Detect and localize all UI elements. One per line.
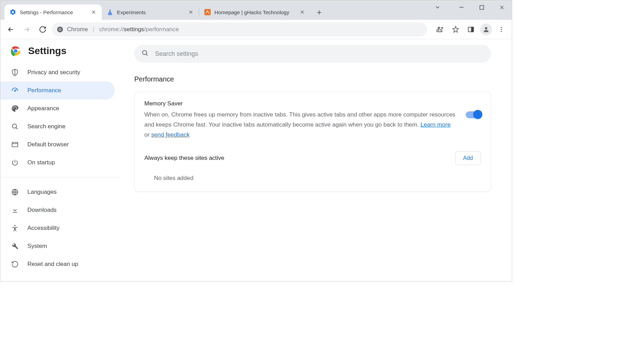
- tab-title: Settings - Performance: [20, 9, 87, 15]
- sidebar-item-label: Search engine: [27, 123, 66, 130]
- search-row: [120, 39, 512, 68]
- close-icon[interactable]: [91, 9, 97, 15]
- always-active-row: Always keep these sites active Add: [135, 148, 491, 172]
- svg-rect-16: [12, 143, 18, 147]
- sidebar-divider: [0, 177, 120, 178]
- tab-strip: Settings - Performance Experiments Homep…: [0, 0, 325, 20]
- window-controls: [431, 0, 512, 14]
- svg-rect-18: [13, 212, 17, 213]
- page-title: Settings: [28, 45, 66, 57]
- tab-ghacks[interactable]: Homepage | gHacks Technology: [199, 5, 310, 20]
- sidebar-item-label: Languages: [27, 189, 57, 196]
- gear-icon: [9, 9, 16, 16]
- toolbar-right: [432, 23, 508, 36]
- sidebar-item-label: Privacy and security: [27, 69, 80, 76]
- main-column: Performance Memory Saver When on, Chrome…: [120, 39, 512, 281]
- wrench-icon: [11, 242, 19, 250]
- sidebar-item-search-engine[interactable]: Search engine: [0, 118, 115, 136]
- site-chip[interactable]: Chrome: [57, 26, 88, 33]
- search-settings-input[interactable]: [155, 50, 484, 58]
- reload-button[interactable]: [36, 23, 50, 36]
- svg-rect-0: [204, 9, 211, 15]
- svg-rect-1: [480, 5, 483, 9]
- svg-point-7: [485, 27, 488, 29]
- send-feedback-link[interactable]: send feedback: [151, 131, 190, 138]
- performance-card: Memory Saver When on, Chrome frees up me…: [134, 92, 491, 192]
- restore-icon: [11, 260, 19, 268]
- learn-more-link[interactable]: Learn more: [421, 121, 451, 128]
- svg-point-20: [143, 51, 147, 55]
- window-titlebar: Settings - Performance Experiments Homep…: [0, 0, 512, 20]
- flask-icon: [107, 9, 113, 16]
- tab-search-button[interactable]: [431, 0, 444, 14]
- sidebar-item-performance[interactable]: Performance: [0, 81, 115, 100]
- sidebar-item-default-browser[interactable]: Default browser: [0, 136, 115, 154]
- minimize-button[interactable]: [451, 0, 472, 14]
- close-icon[interactable]: [188, 9, 194, 15]
- shield-icon: [11, 68, 19, 77]
- sidebar-item-label: Appearance: [27, 105, 59, 112]
- add-site-button[interactable]: Add: [455, 151, 481, 165]
- memory-saver-toggle[interactable]: [466, 111, 481, 118]
- site-chip-label: Chrome: [67, 26, 88, 33]
- memory-saver-row: Memory Saver When on, Chrome frees up me…: [135, 92, 491, 148]
- maximize-button[interactable]: [472, 0, 492, 14]
- sidebar-item-languages[interactable]: Languages: [0, 183, 115, 201]
- sidebar-item-appearance[interactable]: Appearance: [0, 100, 115, 118]
- svg-point-15: [12, 124, 17, 128]
- settings-header: Settings: [0, 39, 120, 61]
- svg-point-10: [501, 31, 502, 32]
- speedometer-icon: [11, 86, 19, 95]
- sidebar-item-label: Downloads: [27, 207, 57, 214]
- close-icon[interactable]: [299, 9, 305, 15]
- forward-button[interactable]: [20, 23, 34, 36]
- no-sites-message: No sites added: [135, 172, 491, 191]
- browser-toolbar: Chrome | chrome://settings/performance: [0, 20, 512, 39]
- svg-point-14: [15, 90, 16, 92]
- bookmark-button[interactable]: [449, 23, 463, 36]
- sidebar-item-on-startup[interactable]: On startup: [0, 154, 115, 172]
- menu-button[interactable]: [494, 23, 508, 36]
- memory-saver-description: When on, Chrome frees up memory from ina…: [144, 110, 457, 140]
- tab-title: Experiments: [117, 9, 184, 15]
- sidebar[interactable]: Privacy and securityPerformanceAppearanc…: [0, 61, 120, 281]
- chrome-icon: [57, 26, 63, 33]
- profile-button[interactable]: [479, 23, 493, 36]
- address-bar[interactable]: Chrome | chrome://settings/performance: [52, 23, 427, 36]
- always-active-title: Always keep these sites active: [144, 155, 224, 162]
- sidebar-item-system[interactable]: System: [0, 237, 115, 255]
- new-tab-button[interactable]: [313, 6, 325, 19]
- memory-saver-title: Memory Saver: [144, 100, 457, 107]
- main-body: Performance Memory Saver When on, Chrome…: [120, 68, 512, 192]
- sidebar-item-downloads[interactable]: Downloads: [0, 201, 115, 219]
- sidebar-item-label: Accessibility: [27, 225, 60, 232]
- download-icon: [11, 206, 19, 214]
- chrome-logo-icon: [10, 45, 21, 57]
- section-title: Performance: [134, 75, 491, 83]
- close-window-button[interactable]: [492, 0, 512, 14]
- avatar-icon: [480, 24, 492, 35]
- sidebar-item-label: System: [27, 243, 47, 250]
- sidebar-item-label: On startup: [27, 159, 55, 166]
- omnibox-url: chrome://settings/performance: [99, 26, 179, 33]
- palette-icon: [11, 104, 19, 113]
- sidebar-column: Settings Privacy and securityPerformance…: [0, 39, 120, 281]
- power-icon: [11, 158, 19, 167]
- tab-settings[interactable]: Settings - Performance: [5, 5, 102, 20]
- sidebar-item-privacy[interactable]: Privacy and security: [0, 63, 115, 81]
- sidebar-item-accessibility[interactable]: Accessibility: [0, 219, 115, 237]
- search-icon: [11, 122, 19, 131]
- accessibility-icon: [11, 224, 19, 232]
- ghacks-icon: [204, 9, 211, 16]
- tab-experiments[interactable]: Experiments: [102, 5, 199, 20]
- globe-icon: [11, 188, 19, 196]
- sidebar-item-reset[interactable]: Reset and clean up: [0, 255, 115, 273]
- back-button[interactable]: [4, 23, 18, 36]
- search-settings-box[interactable]: [134, 45, 491, 63]
- tab-title: Homepage | gHacks Technology: [214, 9, 296, 15]
- svg-point-9: [501, 29, 502, 30]
- omnibox-separator: |: [93, 26, 94, 33]
- side-panel-button[interactable]: [464, 23, 478, 36]
- svg-point-4: [59, 28, 61, 30]
- svg-point-8: [501, 27, 502, 28]
